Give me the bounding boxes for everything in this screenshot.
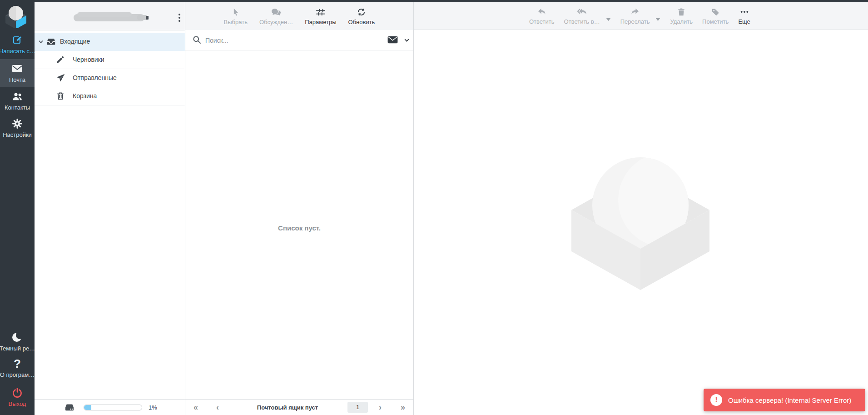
reply-all-menu-caret[interactable]: [606, 17, 611, 21]
folder-row-trash[interactable]: Корзина: [35, 87, 185, 105]
mark-button[interactable]: Пометить: [702, 7, 729, 25]
sidebar-item-label: Написать с…: [0, 48, 35, 55]
folder-name: Корзина: [73, 92, 97, 100]
webmail-window: Написать с… Почта Контакты: [0, 0, 868, 415]
redaction-artifact: [146, 16, 149, 20]
reply-button[interactable]: Ответить: [529, 7, 555, 25]
sidebar-item-label: О програм…: [0, 371, 35, 378]
last-page-button[interactable]: »: [401, 402, 405, 413]
list-toolbar: Выбрать Обсужден…: [185, 2, 413, 30]
folder-list: Входящие Черновики Отп: [35, 33, 185, 105]
pencil-icon: [56, 55, 65, 64]
chevron-down-icon[interactable]: [38, 39, 44, 45]
question-icon: ?: [14, 358, 21, 369]
search-scope-chevron-icon[interactable]: [404, 37, 410, 43]
sidebar-item-label: Почта: [9, 76, 25, 83]
folder-row-inbox[interactable]: Входящие: [35, 33, 185, 51]
account-header: [35, 2, 185, 30]
app-sidebar: Написать с… Почта Контакты: [0, 0, 35, 415]
sidebar-item-mail[interactable]: Почта: [0, 59, 35, 87]
tag-icon: [711, 7, 720, 17]
more-button[interactable]: Еще: [738, 7, 750, 25]
contacts-icon: [11, 91, 23, 102]
quota-progressbar: [84, 405, 142, 410]
mailbox-status-text: Почтовый ящик пуст: [224, 404, 351, 411]
account-email-redacted: [74, 14, 144, 21]
sidebar-item-contacts[interactable]: Контакты: [0, 87, 35, 115]
sidebar-item-logout[interactable]: Выход: [0, 383, 35, 411]
compose-icon: [12, 35, 23, 45]
reply-all-button[interactable]: Ответить в…: [564, 7, 600, 25]
refresh-icon: [357, 7, 366, 17]
select-button[interactable]: Выбрать: [224, 7, 248, 25]
folder-name: Отправленные: [73, 74, 117, 81]
threads-button[interactable]: Обсужден…: [259, 7, 293, 25]
message-toolbar: Ответить Ответить в…: [414, 2, 868, 30]
roundcube-watermark: [570, 151, 711, 290]
folder-row-sent[interactable]: Отправленные: [35, 69, 185, 87]
sidebar-item-label: Выход: [9, 400, 26, 407]
envelope-icon[interactable]: [387, 35, 398, 44]
inbox-icon: [46, 37, 56, 46]
mail-icon: [11, 63, 23, 74]
folder-pane: Входящие Черновики Отп: [35, 2, 185, 415]
error-exclamation-icon: !: [710, 394, 722, 406]
error-toast[interactable]: ! Ошибка сервера! (Internal Server Error…: [704, 389, 865, 411]
list-pagination-footer: « ‹ Почтовый ящик пуст 1 › »: [185, 399, 413, 415]
delete-button[interactable]: Удалить: [670, 7, 693, 25]
folder-row-drafts[interactable]: Черновики: [35, 51, 185, 69]
sidebar-item-dark-mode[interactable]: Темный ре…: [0, 329, 35, 355]
reply-icon: [537, 7, 547, 17]
search-bar[interactable]: [185, 30, 413, 50]
sidebar-item-label: Контакты: [5, 104, 30, 111]
folder-name: Черновики: [73, 56, 104, 63]
power-icon: [12, 387, 23, 398]
more-icon: [739, 7, 749, 17]
paper-plane-icon: [56, 73, 65, 83]
sidebar-item-label: Темный ре…: [0, 345, 35, 352]
trash-icon: [56, 91, 65, 100]
roundcube-logo: [4, 4, 28, 28]
prev-page-button[interactable]: ‹: [216, 402, 219, 413]
quota-progress-fill: [84, 405, 91, 410]
reply-all-icon: [576, 7, 588, 17]
settings-icon: [12, 118, 23, 129]
search-input[interactable]: [204, 33, 379, 48]
storage-drive-icon: [64, 402, 75, 412]
sidebar-item-label: Настройки: [3, 131, 32, 138]
search-icon: [192, 35, 202, 45]
page-number-input[interactable]: 1: [347, 402, 368, 413]
message-list-pane: Выбрать Обсужден…: [185, 2, 414, 415]
folder-name: Входящие: [60, 38, 90, 45]
quota-percent: 1%: [149, 404, 157, 411]
message-pane: Ответить Ответить в…: [414, 2, 868, 415]
quota-footer: 1%: [35, 399, 185, 415]
select-cursor-icon: [231, 7, 240, 17]
delete-icon: [677, 7, 686, 17]
forward-button[interactable]: Переслать: [620, 7, 650, 25]
forward-icon: [630, 7, 640, 17]
sidebar-item-settings[interactable]: Настройки: [0, 115, 35, 142]
threads-bubbles-icon: [271, 7, 282, 17]
empty-list-message: Список пуст.: [185, 224, 413, 232]
moon-icon: [12, 332, 23, 343]
error-toast-message: Ошибка сервера! (Internal Server Error): [728, 396, 851, 404]
options-button[interactable]: Параметры: [305, 7, 336, 25]
options-sliders-icon: [316, 7, 326, 17]
sidebar-item-compose[interactable]: Написать с…: [0, 31, 35, 58]
sidebar-item-about[interactable]: ? О програм…: [0, 355, 35, 381]
first-page-button[interactable]: «: [193, 402, 198, 413]
next-page-button[interactable]: ›: [379, 402, 382, 413]
kebab-menu-icon[interactable]: [175, 12, 184, 23]
refresh-button[interactable]: Обновить: [348, 7, 375, 25]
forward-menu-caret[interactable]: [655, 17, 660, 21]
